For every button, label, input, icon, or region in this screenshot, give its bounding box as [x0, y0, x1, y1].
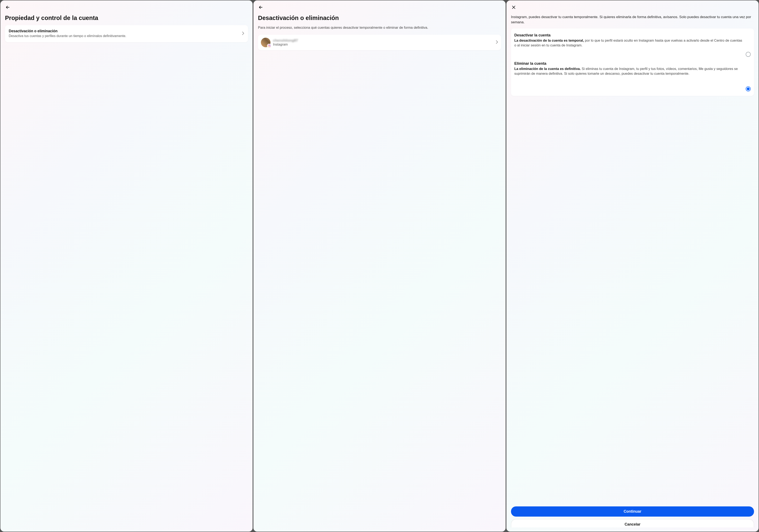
radio-delete[interactable] [746, 86, 751, 91]
button-stack: Continuar Cancelar [511, 503, 754, 527]
screen-select-account: Desactivación o eliminación Para iniciar… [254, 0, 505, 532]
option-title: Eliminar la cuenta [514, 61, 743, 66]
svg-rect-0 [268, 45, 270, 47]
deactivation-item[interactable]: Desactivación o eliminación Desactiva tu… [5, 25, 248, 42]
chevron-right-icon [242, 31, 244, 36]
cancel-button[interactable]: Cancelar [511, 519, 754, 527]
item-desc: Desactiva tus cuentas y perfiles durante… [9, 34, 240, 38]
account-row[interactable]: chenshitong87 Instagram [258, 35, 501, 50]
radio-deactivate[interactable] [746, 52, 751, 57]
continue-button[interactable]: Continuar [511, 507, 754, 516]
page-title: Propiedad y control de la cuenta [5, 15, 248, 21]
option-desc: La eliminación de la cuenta es definitiv… [514, 66, 743, 76]
options-card: Desactivar la cuenta La desactivación de… [511, 28, 754, 96]
screen-choose-action: Instagram, puedes desactivar tu cuenta t… [506, 0, 759, 532]
account-card: chenshitong87 Instagram [258, 35, 501, 50]
option-deactivate[interactable]: Desactivar la cuenta La desactivación de… [514, 32, 751, 61]
instagram-badge-icon [267, 44, 271, 48]
page-title: Desactivación o eliminación [258, 15, 501, 21]
svg-point-1 [269, 45, 270, 46]
option-delete[interactable]: Eliminar la cuenta La eliminación de la … [514, 61, 751, 92]
account-platform: Instagram [273, 43, 492, 46]
deactivation-card: Desactivación o eliminación Desactiva tu… [5, 25, 248, 42]
back-arrow-icon[interactable] [5, 5, 10, 10]
account-username: chenshitong87 [273, 38, 492, 43]
avatar [261, 38, 270, 47]
option-desc: La desactivación de la cuenta es tempora… [514, 38, 743, 48]
close-icon[interactable] [511, 5, 516, 10]
chevron-right-icon [496, 40, 498, 45]
screen-ownership: Propiedad y control de la cuenta Desacti… [0, 0, 253, 532]
back-arrow-icon[interactable] [258, 5, 263, 10]
page-subtitle: Para iniciar el proceso, selecciona qué … [258, 25, 501, 30]
intro-text: Instagram, puedes desactivar tu cuenta t… [511, 15, 754, 25]
option-title: Desactivar la cuenta [514, 33, 743, 37]
item-title: Desactivación o eliminación [9, 29, 240, 33]
